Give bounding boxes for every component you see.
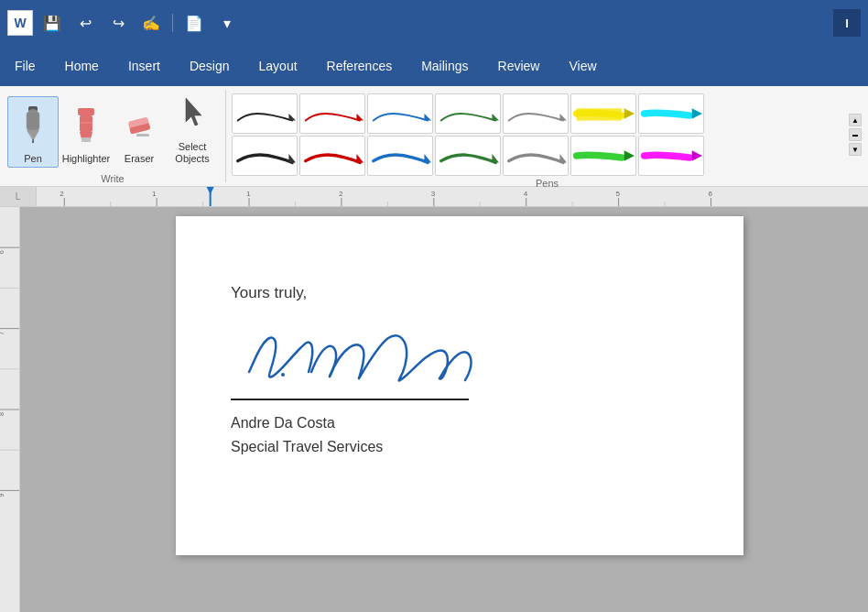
title-bar: W 💾 ↩ ↪ ✍ 📄 ▾ I xyxy=(0,0,868,46)
pen-black[interactable] xyxy=(232,93,298,134)
menu-file[interactable]: File xyxy=(0,46,50,86)
menu-home[interactable]: Home xyxy=(50,46,114,86)
pens-section: ▲ ▬ ▼ Pens xyxy=(226,90,868,182)
highlighter-yellow[interactable] xyxy=(570,93,636,134)
divider xyxy=(172,14,173,32)
select-icon xyxy=(177,93,208,139)
svg-marker-29 xyxy=(692,150,702,160)
yours-truly-text: Yours truly, xyxy=(231,280,689,305)
svg-text:2: 2 xyxy=(339,190,343,198)
highlighter-icon xyxy=(71,104,102,151)
svg-marker-22 xyxy=(692,108,702,118)
page-container: Yours truly, xyxy=(20,207,868,612)
svg-text:6: 6 xyxy=(0,250,5,254)
pen-gray[interactable] xyxy=(503,93,569,134)
ruler-corner: L xyxy=(0,187,37,206)
select-label: Select Objects xyxy=(169,141,215,165)
write-group: Pen Highlighter xyxy=(0,90,226,182)
svg-marker-26 xyxy=(492,154,499,162)
write-group-label: Write xyxy=(101,173,124,184)
pen-red-2[interactable] xyxy=(299,136,365,176)
svg-marker-28 xyxy=(624,150,635,160)
highlighter-magenta[interactable] xyxy=(638,136,704,176)
svg-text:3: 3 xyxy=(431,190,436,198)
svg-text:2: 2 xyxy=(60,190,64,198)
undo-button[interactable]: ↩ xyxy=(71,9,99,37)
select-objects-button[interactable]: Select Objects xyxy=(167,88,218,168)
menu-layout[interactable]: Layout xyxy=(244,46,312,86)
pen-button[interactable]: Pen xyxy=(7,96,59,168)
signer-title: Special Travel Services xyxy=(231,435,689,459)
document-page: Yours truly, xyxy=(176,216,743,555)
menu-review[interactable]: Review xyxy=(483,46,555,86)
pens-row-1 xyxy=(232,93,844,134)
signature-line xyxy=(231,399,469,400)
svg-text:8: 8 xyxy=(0,412,5,416)
svg-text:4: 4 xyxy=(524,190,528,198)
highlighter-label: Highlighter xyxy=(62,153,111,165)
svg-marker-21 xyxy=(624,108,635,118)
eraser-button[interactable]: Eraser xyxy=(114,96,165,168)
left-ruler: 6 7 8 9 xyxy=(0,207,20,612)
signer-name: Andre Da Costa xyxy=(231,411,689,435)
svg-marker-23 xyxy=(288,154,296,162)
svg-rect-9 xyxy=(81,137,91,142)
save-button[interactable]: 💾 xyxy=(38,9,66,37)
svg-marker-16 xyxy=(356,114,363,121)
ribbon: Pen Highlighter xyxy=(0,86,868,187)
highlighter-cyan[interactable] xyxy=(638,93,704,134)
svg-text:5: 5 xyxy=(616,190,621,198)
svg-rect-13 xyxy=(136,134,149,137)
svg-marker-17 xyxy=(424,114,431,121)
signature-image xyxy=(231,312,689,395)
svg-marker-25 xyxy=(424,154,431,162)
highlighter-green[interactable] xyxy=(570,136,636,176)
file-button[interactable]: 📄 xyxy=(180,9,208,37)
svg-point-68 xyxy=(281,373,285,377)
pen-green-2[interactable] xyxy=(435,136,501,176)
svg-text:1: 1 xyxy=(152,190,157,198)
ruler-main: 2 1 1 2 3 4 5 xyxy=(37,187,868,206)
svg-rect-30 xyxy=(37,187,868,206)
svg-marker-18 xyxy=(492,114,499,121)
pen-icon xyxy=(17,104,49,151)
svg-text:7: 7 xyxy=(0,332,5,335)
pens-row-2 xyxy=(232,136,844,176)
svg-text:6: 6 xyxy=(708,190,712,198)
scroll-mid-button[interactable]: ▬ xyxy=(849,128,862,141)
svg-marker-14 xyxy=(186,98,201,126)
pen-blue[interactable] xyxy=(367,93,433,134)
eraser-label: Eraser xyxy=(125,153,154,165)
pens-grid xyxy=(232,93,844,176)
svg-marker-19 xyxy=(559,114,567,121)
top-ruler: L 2 1 1 2 3 xyxy=(0,187,868,207)
menu-view[interactable]: View xyxy=(554,46,611,86)
svg-rect-2 xyxy=(27,112,39,130)
redo-button[interactable]: ↪ xyxy=(104,9,132,37)
pen-label: Pen xyxy=(24,153,42,165)
menu-mailings[interactable]: Mailings xyxy=(407,46,483,86)
menu-insert[interactable]: Insert xyxy=(114,46,175,86)
user-initial: I xyxy=(833,9,861,37)
scroll-up-button[interactable]: ▲ xyxy=(849,114,862,126)
pen-blue-2[interactable] xyxy=(367,136,433,176)
pen-black-2[interactable] xyxy=(232,136,298,176)
svg-marker-27 xyxy=(559,154,567,162)
page-content: Yours truly, xyxy=(231,280,689,458)
svg-marker-24 xyxy=(356,154,363,162)
svg-rect-7 xyxy=(80,115,92,132)
svg-rect-6 xyxy=(78,108,94,115)
signature-button[interactable]: ✍ xyxy=(137,9,165,37)
highlighter-button[interactable]: Highlighter xyxy=(60,96,112,168)
pen-green[interactable] xyxy=(435,93,501,134)
pen-red[interactable] xyxy=(299,93,365,134)
dropdown-button[interactable]: ▾ xyxy=(213,9,241,37)
signature-section: Yours truly, xyxy=(231,280,689,458)
menu-bar: File Home Insert Design Layout Reference… xyxy=(0,46,868,86)
eraser-icon xyxy=(124,104,155,151)
scroll-down-button[interactable]: ▼ xyxy=(849,143,862,156)
pens-scroll: ▲ ▬ ▼ xyxy=(848,93,863,176)
pen-gray-2[interactable] xyxy=(503,136,569,176)
menu-design[interactable]: Design xyxy=(175,46,244,86)
menu-references[interactable]: References xyxy=(312,46,407,86)
